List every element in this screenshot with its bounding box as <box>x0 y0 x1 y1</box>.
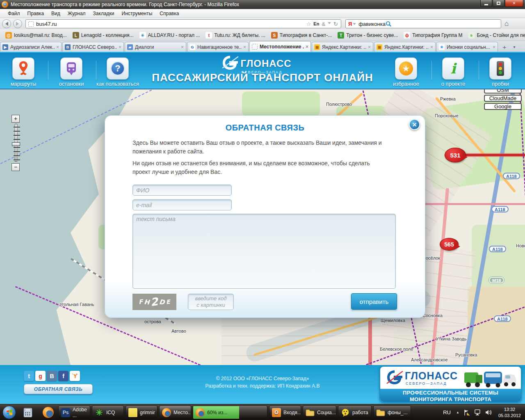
zoom-in-button[interactable]: + <box>11 115 20 123</box>
yandex-engine-icon[interactable]: Я <box>348 21 352 27</box>
firefox-icon <box>196 408 205 417</box>
firefox-launcher-icon[interactable] <box>43 407 54 418</box>
tab-close-icon[interactable]: × <box>368 44 371 50</box>
name-field[interactable] <box>132 185 232 196</box>
people-icon[interactable]: ϓ <box>70 371 80 381</box>
tab-list-button[interactable]: ▾ <box>510 43 518 51</box>
tab-close-icon[interactable]: × <box>119 44 121 50</box>
ampersand-ext-icon[interactable]: & <box>322 21 325 27</box>
about-button[interactable]: i о проекте <box>431 57 476 87</box>
start-button[interactable] <box>2 406 16 419</box>
menu-history[interactable]: Журнал <box>64 10 89 17</box>
taskbar-photoshop[interactable]: Ps Adobe ... <box>58 406 90 419</box>
tab-yandex-images-1[interactable]: ▣Яндекс.Картинки: ...× <box>312 42 373 52</box>
engine-dropdown-icon[interactable] <box>353 23 356 27</box>
bookmark-item[interactable]: @losikus@mail.ru: Вход... <box>2 31 70 39</box>
twitter-icon[interactable]: t <box>24 371 34 381</box>
network-icon[interactable] <box>474 409 481 415</box>
volume-icon[interactable] <box>485 409 492 415</box>
taskbar-download-progress[interactable]: 60% из... <box>193 406 267 419</box>
bookmark-item[interactable]: ✳ALLDAY.RU - портал ... <box>137 31 203 39</box>
bookmarks-bar: @losikus@mail.ru: Вход... LLenagold - ко… <box>0 30 525 41</box>
taskbar-folder-social[interactable]: Социа... <box>303 406 336 419</box>
back-button[interactable] <box>2 19 11 28</box>
url-text[interactable]: bus47.ru <box>36 21 57 27</box>
url-dropdown-icon[interactable] <box>328 22 331 26</box>
tab-close-icon[interactable]: × <box>430 44 433 50</box>
tab-bar: ▶Аудиозаписи Алек...× ВГЛОНАСС Северо...… <box>0 41 525 52</box>
tab-close-icon[interactable]: × <box>306 44 308 50</box>
menu-help[interactable]: Справка <box>156 10 183 17</box>
forward-button[interactable] <box>13 19 22 28</box>
menu-bookmarks[interactable]: Закладки <box>89 10 118 17</box>
taskbar-smiley-work[interactable]: работа <box>338 406 372 419</box>
footer-feedback-button[interactable]: ОБРАТНАЯ СВЯЗЬ <box>24 384 93 394</box>
footer-banner[interactable]: ГЛОНАСС СЕВЕРО—ЗАПАД ПРОФЕССИОНАЛЬНЫЕ СИ… <box>379 366 522 403</box>
home-icon[interactable]: ⌂ <box>504 20 509 28</box>
layer-osm-button[interactable]: OSM <box>484 89 522 94</box>
layer-cloudmade-button[interactable]: CloudMade <box>484 95 522 102</box>
bookmark-item[interactable]: ТТритон - бизнес суве... <box>335 31 401 39</box>
facebook-icon[interactable]: f <box>58 371 68 381</box>
url-bar[interactable]: bus47.ru ☆ En & ↻ <box>25 19 341 28</box>
search-bar[interactable]: Я фавиконка <box>345 19 501 28</box>
traffic-button[interactable]: пробки <box>478 57 523 87</box>
new-tab-button[interactable]: + <box>500 43 509 51</box>
favorites-button[interactable]: ★ избранное <box>383 57 429 87</box>
bookmark-item[interactable]: ББонд - Стойки для пе... <box>466 31 525 39</box>
reload-icon[interactable]: ↻ <box>333 21 338 27</box>
tab-yandex-images-2[interactable]: ▣Яндекс.Картинки: ...× <box>374 42 436 52</box>
bookmark-item[interactable]: фТипография Группа М <box>401 31 465 39</box>
zoom-slider[interactable] <box>15 124 17 162</box>
menu-tools[interactable]: Инструменты <box>118 10 156 17</box>
layer-google-button[interactable]: Google <box>484 103 522 110</box>
message-field[interactable] <box>132 214 396 289</box>
bookmark-star-icon[interactable]: ☆ <box>306 21 311 27</box>
tab-social-icons[interactable]: ✳Иконки социальн...× <box>436 42 498 52</box>
submit-button[interactable]: отправить <box>351 293 397 310</box>
taskbar-folder-fony[interactable]: фоны_... <box>373 406 411 419</box>
tab-location-active[interactable]: Местоположение ...× <box>249 41 311 52</box>
bookmark-item[interactable]: LLenagold - коллекция... <box>70 31 137 39</box>
menu-edit[interactable]: Правка <box>24 10 48 17</box>
search-magnifier-icon[interactable] <box>386 21 392 27</box>
taskbar-grimnir[interactable]: grimnir <box>126 406 158 419</box>
tab-dialogs[interactable]: ▰Диалоги× <box>125 42 186 52</box>
tab-close-icon[interactable]: × <box>243 44 246 50</box>
zoom-out-button[interactable]: − <box>11 163 20 171</box>
captcha-code-field[interactable]: введите код с картинки <box>188 294 234 310</box>
tab-glonass[interactable]: ВГЛОНАСС Северо...× <box>62 42 124 52</box>
tab-close-icon[interactable]: × <box>493 44 495 50</box>
language-indicator[interactable]: RU <box>443 409 451 415</box>
modal-close-button[interactable]: ✕ <box>409 119 420 130</box>
road-shield-a118: А118 <box>489 246 506 252</box>
tray-expand-icon[interactable]: ▲ <box>456 411 459 414</box>
bookmark-item[interactable]: SТипография в Санкт-... <box>268 31 335 39</box>
yandex-images-icon: ▣ <box>314 44 320 50</box>
search-text[interactable]: фавиконка <box>358 21 386 27</box>
menu-file[interactable]: Файл <box>4 10 24 17</box>
lang-ext-icon[interactable]: En <box>313 21 319 26</box>
taskbar-firefox-location[interactable]: Место... <box>159 406 191 419</box>
maximize-button[interactable] <box>493 0 504 7</box>
zoom-slider-handle[interactable] <box>12 142 20 146</box>
google-icon[interactable]: g <box>35 371 46 381</box>
tab-close-icon[interactable]: × <box>181 44 184 50</box>
tab-audio[interactable]: ▶Аудиозаписи Алек...× <box>0 42 62 52</box>
bookmark-item[interactable]: tTutu.ru: ЖД билеты. ... <box>203 31 268 39</box>
menu-view[interactable]: Вид <box>48 10 64 17</box>
taskbar-icq[interactable]: ✳ ICQ <box>92 406 124 419</box>
tab-navigation[interactable]: GНавигационное те...× <box>187 42 249 52</box>
email-field[interactable] <box>132 199 232 210</box>
route-badge-531[interactable]: 531 <box>445 148 466 162</box>
map-label: Пороховые <box>435 113 459 118</box>
action-center-flag-icon[interactable] <box>463 409 470 416</box>
taskbar-outlook[interactable]: O Входя... <box>269 406 301 419</box>
tab-close-icon[interactable]: × <box>56 44 59 50</box>
vk-icon[interactable]: В <box>47 371 57 381</box>
minimize-button[interactable] <box>480 0 492 7</box>
route-badge-565[interactable]: 565 <box>440 238 459 251</box>
calculator-icon[interactable] <box>22 407 33 418</box>
close-button[interactable]: × <box>505 0 523 7</box>
taskbar-clock[interactable]: 13:32 05.03.2012 <box>498 406 521 418</box>
